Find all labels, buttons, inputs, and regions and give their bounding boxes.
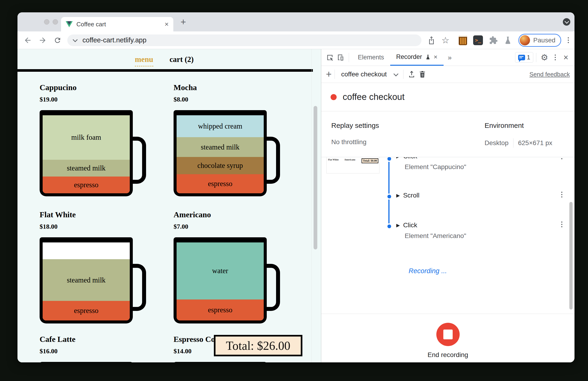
reload-button[interactable] (52, 35, 63, 45)
site-info-chevron-icon[interactable] (73, 37, 78, 42)
extension-terminal[interactable]: >_ (473, 35, 483, 45)
page-scrollbar-thumb[interactable] (314, 106, 317, 249)
step-scroll[interactable]: ▶ Scroll (396, 192, 549, 199)
recording-thumbnail[interactable]: Flat White Americano Total: $0.00 (326, 157, 379, 174)
recording-indicator-icon (331, 94, 337, 100)
expand-step-icon[interactable]: ▶ (396, 193, 400, 198)
send-feedback-link[interactable]: Send feedback (529, 71, 570, 78)
layer-steamed-milk: steamed milk (177, 137, 264, 157)
expand-step-icon[interactable]: ▶ (396, 157, 400, 159)
expand-step-icon[interactable]: ▶ (396, 222, 400, 228)
recording-status: Recording ... (409, 267, 447, 275)
forward-button[interactable] (38, 35, 48, 45)
layer-espresso: espresso (43, 301, 130, 321)
end-recording-label: End recording (427, 351, 468, 359)
cup-mocha[interactable]: whipped cream steamed milk chocolate syr… (173, 110, 267, 196)
environment-heading[interactable]: Environment (484, 121, 524, 129)
back-arrow-icon (23, 36, 32, 44)
devtools-tabbar: Elements Recorder × » 1 ⚙ × (321, 49, 574, 66)
cup-handle (262, 264, 280, 311)
recording-select[interactable]: coffee checkout (341, 71, 387, 78)
inspect-element-button[interactable] (325, 54, 335, 61)
step-click-americano[interactable]: ▶ Click Element "Americano" (396, 221, 549, 240)
item-name: Cappucino (40, 83, 140, 92)
chevron-down-icon (565, 19, 569, 24)
layer-espresso: espresso (43, 177, 130, 193)
divider (335, 70, 335, 79)
environment-value: Desktop 625×671 px (484, 138, 552, 148)
issues-count: 1 (527, 54, 530, 61)
page-nav: menu cart (2) (18, 55, 311, 67)
browser-menu-button[interactable] (568, 37, 569, 43)
close-devtools-button[interactable]: × (561, 53, 571, 62)
step-title: Scroll (403, 192, 419, 199)
delete-recording-button[interactable] (417, 70, 428, 78)
step-menu-button[interactable] (561, 221, 562, 227)
trash-icon (419, 70, 426, 78)
cart-total-box[interactable]: Total: $26.00 (214, 335, 302, 356)
item-price: $16.00 (40, 347, 140, 355)
export-recording-button[interactable] (406, 70, 417, 78)
item-price: $19.00 (40, 96, 140, 103)
close-recorder-tab-icon[interactable]: × (434, 53, 438, 61)
cup-cappucino[interactable]: milk foam steamed milk espresso (40, 110, 133, 196)
extension-flask[interactable] (504, 36, 512, 45)
tab-close-icon[interactable]: × (165, 21, 169, 28)
recorder-toolbar: + coffee checkout Send feedback (321, 66, 574, 83)
tab-search-button[interactable] (563, 18, 570, 26)
url-text[interactable]: coffee-cart.netlify.app (83, 36, 147, 44)
nav-cart-link[interactable]: cart (2) (169, 55, 194, 67)
end-recording-button[interactable] (436, 323, 460, 346)
menu-item-cappucino: Cappucino $19.00 milk foam steamed milk … (40, 83, 140, 196)
notebook-extension-icon (459, 35, 467, 45)
profile-chip[interactable]: Paused (518, 34, 561, 47)
step-menu-button[interactable] (561, 192, 562, 198)
share-button[interactable] (427, 36, 435, 45)
recorder-footer: End recording (321, 314, 574, 362)
new-tab-button[interactable]: + (181, 17, 186, 27)
cup-americano[interactable]: water espresso (173, 237, 267, 323)
window-minimize-button[interactable] (53, 19, 58, 25)
devtools-settings-button[interactable]: ⚙ (539, 53, 550, 62)
nav-menu-link[interactable]: menu (135, 55, 153, 67)
replay-settings-section: Replay settings Environment No throttlin… (321, 111, 574, 157)
cup-cafe-latte[interactable] (40, 362, 133, 362)
cup-espresso-con-panna[interactable] (173, 362, 267, 362)
layer-milk-foam: milk foam (43, 115, 130, 160)
back-button[interactable] (22, 35, 33, 45)
recording-header: coffee checkout (321, 83, 574, 111)
devtools-scrollbar-thumb[interactable] (569, 202, 573, 309)
item-name: Cafe Latte (40, 335, 140, 344)
step-menu-button[interactable] (561, 157, 562, 159)
chevron-down-icon[interactable] (394, 71, 398, 76)
extensions-button[interactable] (489, 36, 498, 45)
flask-icon (504, 36, 512, 45)
replay-settings-heading[interactable]: Replay settings (331, 121, 379, 129)
cup-handle (262, 137, 280, 184)
device-toolbar-button[interactable] (335, 54, 346, 61)
devtools-menu-button[interactable] (550, 55, 561, 60)
menu-item-cafe-latte: Cafe Latte $16.00 (40, 335, 140, 362)
add-recording-button[interactable]: + (326, 69, 332, 80)
thumb-item-2: Americano (344, 158, 358, 161)
cup-flat-white[interactable]: steamed milk espresso (40, 237, 133, 323)
thumb-total: Total: $0.00 (361, 158, 378, 163)
menu-item-flat-white: Flat White $18.00 steamed milk espresso (40, 210, 140, 323)
layer-chocolate-syrup: chocolate syrup (177, 157, 264, 174)
extension-notebook[interactable] (459, 35, 467, 45)
step-click-cappucino[interactable]: ▶ Click Element "Cappucino" (396, 157, 549, 171)
bookmark-star-icon[interactable]: ☆ (441, 36, 449, 45)
address-bar[interactable]: coffee-cart.netlify.app (67, 35, 421, 46)
item-price: $18.00 (40, 223, 140, 230)
layer-top (43, 242, 130, 259)
window-close-button[interactable] (44, 19, 49, 25)
thumb-item-1: Flat White (328, 158, 342, 161)
tab-coffee-cart[interactable]: Coffee cart × (61, 17, 173, 31)
cup-handle (128, 264, 146, 311)
tab-recorder[interactable]: Recorder × (390, 49, 443, 66)
issues-counter-button[interactable]: 1 (515, 52, 533, 63)
terminal-extension-icon: >_ (473, 35, 483, 45)
more-tabs-button[interactable]: » (448, 54, 452, 61)
tab-elements[interactable]: Elements (352, 49, 390, 66)
step-title: Click (403, 157, 417, 160)
